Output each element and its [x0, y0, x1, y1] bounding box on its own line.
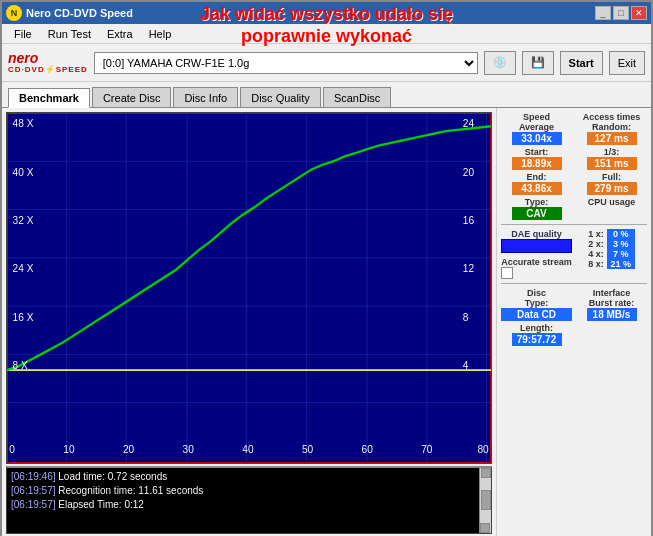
- log-area: [06:19:46] Load time: 0.72 seconds [06:1…: [6, 466, 492, 534]
- close-button[interactable]: ✕: [631, 6, 647, 20]
- menu-extra[interactable]: Extra: [99, 27, 141, 41]
- cpu-values-col: 1 x: 0 % 2 x: 3 % 4 x: 7 % 8 x: 21 %: [576, 229, 647, 279]
- accurate-stream-checkbox-row: [501, 267, 572, 279]
- accurate-stream-checkbox[interactable]: [501, 267, 513, 279]
- onethird-value: 151 ms: [587, 157, 637, 170]
- menu-help[interactable]: Help: [141, 27, 180, 41]
- tab-create-disc[interactable]: Create Disc: [92, 87, 171, 107]
- cpu-8x-label: 8 x:: [588, 259, 604, 269]
- onethird-col: 1/3: 151 ms: [576, 147, 647, 170]
- disc-type-label: Type:: [525, 298, 548, 308]
- menu-file[interactable]: File: [6, 27, 40, 41]
- cpu-2x-label: 2 x:: [588, 239, 604, 249]
- onethird-label: 1/3:: [604, 147, 620, 157]
- cpu-1x-value: 0 %: [607, 229, 635, 239]
- disc-col: Disc Type: Data CD Length: 79:57.72: [501, 288, 572, 346]
- interface-label: Interface: [593, 288, 631, 298]
- nero-logo-name: nero: [8, 51, 38, 65]
- svg-text:30: 30: [183, 443, 194, 455]
- random-value: 127 ms: [587, 132, 637, 145]
- type-col: Type: CAV: [501, 197, 572, 220]
- log-msg-3: Elapsed Time: 0:12: [58, 499, 144, 510]
- exit-button[interactable]: Exit: [609, 51, 645, 75]
- dae-bar: [501, 239, 572, 253]
- svg-text:20: 20: [123, 443, 134, 455]
- log-line-3: [06:19:57] Elapsed Time: 0:12: [11, 498, 487, 512]
- svg-text:16 X: 16 X: [13, 310, 34, 322]
- burst-rate-label: Burst rate:: [589, 298, 635, 308]
- cpu-2x-row: 2 x: 3 %: [588, 239, 635, 249]
- log-line-2: [06:19:57] Recognition time: 11.61 secon…: [11, 484, 487, 498]
- tab-disc-info[interactable]: Disc Info: [173, 87, 238, 107]
- stats-panel: Speed Average 33.04x Access times Random…: [496, 108, 651, 536]
- svg-text:8 X: 8 X: [13, 359, 28, 371]
- log-time-2: [06:19:57]: [11, 485, 55, 496]
- access-col: Access times Random: 127 ms: [576, 112, 647, 145]
- start-label: Start:: [525, 147, 549, 157]
- cpu-4x-row: 4 x: 7 %: [588, 249, 635, 259]
- type-label: Type:: [525, 197, 548, 207]
- end-value: 43.86x: [512, 182, 562, 195]
- svg-text:8: 8: [463, 310, 469, 322]
- title-bar: N Nero CD-DVD Speed _ □ ✕: [2, 2, 651, 24]
- menu-run-test[interactable]: Run Test: [40, 27, 99, 41]
- speed-label: Speed: [523, 112, 550, 122]
- save-button[interactable]: 💾: [522, 51, 554, 75]
- log-scrollbar[interactable]: [479, 468, 491, 533]
- end-label: End:: [527, 172, 547, 182]
- chart-area: 48 X 40 X 32 X 24 X 16 X 8 X 24 20 16 12…: [2, 108, 496, 536]
- window-title: Nero CD-DVD Speed: [26, 7, 133, 19]
- svg-text:16: 16: [463, 214, 474, 226]
- speed-access-row: Speed Average 33.04x Access times Random…: [501, 112, 647, 145]
- svg-text:24 X: 24 X: [13, 262, 34, 274]
- svg-text:10: 10: [63, 443, 74, 455]
- svg-text:20: 20: [463, 165, 474, 177]
- dae-quality-label: DAE quality: [511, 229, 562, 239]
- tab-disc-quality[interactable]: Disc Quality: [240, 87, 321, 107]
- full-value: 279 ms: [587, 182, 637, 195]
- disc-length-label: Length:: [520, 323, 553, 333]
- svg-text:40: 40: [242, 443, 253, 455]
- chart-svg: 48 X 40 X 32 X 24 X 16 X 8 X 24 20 16 12…: [7, 113, 491, 463]
- svg-text:48 X: 48 X: [13, 117, 34, 129]
- start-col: Start: 18.89x: [501, 147, 572, 170]
- full-col: Full: 279 ms: [576, 172, 647, 195]
- nero-logo: nero CD·DVD⚡SPEED: [8, 51, 88, 74]
- log-time-1: [06:19:46]: [11, 471, 55, 482]
- log-msg-1: Load time: 0.72 seconds: [58, 471, 167, 482]
- title-bar-controls: _ □ ✕: [595, 6, 647, 20]
- full-label: Full:: [602, 172, 621, 182]
- dae-col: DAE quality Accurate stream: [501, 229, 572, 279]
- accurate-stream-label: Accurate stream: [501, 257, 572, 279]
- disc-icon-button[interactable]: 💿: [484, 51, 516, 75]
- start-button[interactable]: Start: [560, 51, 603, 75]
- divider-2: [501, 283, 647, 284]
- svg-text:80: 80: [477, 443, 488, 455]
- svg-text:70: 70: [421, 443, 432, 455]
- start-value: 18.89x: [512, 157, 562, 170]
- maximize-button[interactable]: □: [613, 6, 629, 20]
- svg-text:40 X: 40 X: [13, 165, 34, 177]
- tab-scan-disc[interactable]: ScanDisc: [323, 87, 391, 107]
- drive-select[interactable]: [0:0] YAMAHA CRW-F1E 1.0g: [94, 52, 478, 74]
- chart-container: 48 X 40 X 32 X 24 X 16 X 8 X 24 20 16 12…: [6, 112, 492, 464]
- divider-1: [501, 224, 647, 225]
- cpu-4x-value: 7 %: [607, 249, 635, 259]
- main-content: 48 X 40 X 32 X 24 X 16 X 8 X 24 20 16 12…: [2, 108, 651, 536]
- scroll-thumb[interactable]: [481, 490, 491, 510]
- end-full-row: End: 43.86x Full: 279 ms: [501, 172, 647, 195]
- svg-text:50: 50: [302, 443, 313, 455]
- disc-length-value: 79:57.72: [512, 333, 562, 346]
- cpu-1x-row: 1 x: 0 %: [588, 229, 635, 239]
- app-icon: N: [6, 5, 22, 21]
- svg-text:4: 4: [463, 359, 469, 371]
- burst-rate-value: 18 MB/s: [587, 308, 637, 321]
- tab-benchmark[interactable]: Benchmark: [8, 88, 90, 108]
- svg-text:32 X: 32 X: [13, 214, 34, 226]
- log-line-1: [06:19:46] Load time: 0.72 seconds: [11, 470, 487, 484]
- minimize-button[interactable]: _: [595, 6, 611, 20]
- average-value: 33.04x: [512, 132, 562, 145]
- interface-col: Interface Burst rate: 18 MB/s: [576, 288, 647, 346]
- header-bar: nero CD·DVD⚡SPEED [0:0] YAMAHA CRW-F1E 1…: [2, 44, 651, 82]
- cpu-2x-value: 3 %: [607, 239, 635, 249]
